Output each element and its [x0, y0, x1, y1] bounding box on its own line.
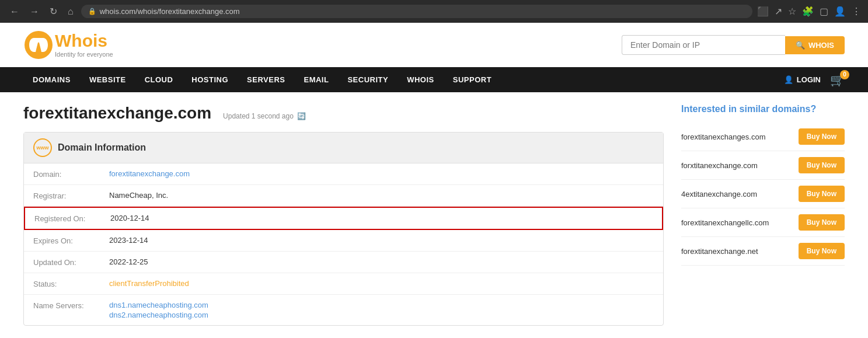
similar-domain-name-2: 4extitanexchange.com — [681, 190, 793, 198]
lock-icon: 🔒 — [88, 8, 96, 15]
url-text: whois.com/whois/forextitanexchange.com — [100, 7, 240, 16]
info-row-domain: Domain: forextitanexchange.com — [24, 163, 663, 185]
left-panel: forextitanexchange.com Updated 1 second … — [23, 104, 664, 326]
value-expires-on: 2023-12-14 — [109, 236, 148, 245]
profile-icon[interactable]: 👤 — [834, 6, 846, 17]
cart-button[interactable]: 🛒 0 — [830, 73, 845, 87]
buy-now-button-4[interactable]: Buy Now — [799, 243, 845, 259]
info-row-nameservers: Name Servers: dns1.namecheaphosting.com … — [24, 295, 663, 325]
logo-icon — [23, 30, 54, 60]
label-registered-on: Registered On: — [34, 214, 110, 223]
split-view-icon[interactable]: ▢ — [820, 6, 828, 17]
similar-title-highlight: similar domains — [740, 104, 811, 114]
value-registrar: NameCheap, Inc. — [109, 191, 168, 200]
nav-support[interactable]: SUPPORT — [444, 67, 501, 92]
nav-website[interactable]: WEBSITE — [80, 67, 135, 92]
browser-chrome: ← → ↻ ⌂ 🔒 whois.com/whois/forextitanexch… — [0, 0, 868, 23]
logo-whois-text: Whois — [55, 32, 113, 50]
similar-title: Interested in similar domains? — [681, 104, 845, 114]
buy-now-button-0[interactable]: Buy Now — [799, 128, 845, 145]
nav-items: DOMAINS WEBSITE CLOUD HOSTING SERVERS EM… — [23, 67, 784, 92]
domain-info-box: www Domain Information Domain: forextita… — [23, 132, 664, 326]
updated-text: Updated 1 second ago — [223, 112, 294, 120]
nav-servers[interactable]: SERVERS — [238, 67, 294, 92]
label-domain: Domain: — [33, 169, 109, 179]
user-icon: 👤 — [784, 75, 793, 84]
nav-email[interactable]: EMAIL — [294, 67, 338, 92]
domain-info-header-text: Domain Information — [58, 142, 146, 153]
similar-domain-row-3: forextitanexchangellc.com Buy Now — [681, 208, 845, 237]
screenshot-icon[interactable]: ⬛ — [757, 6, 769, 17]
main-content: forextitanexchange.com Updated 1 second … — [0, 92, 868, 337]
search-button[interactable]: 🔍 WHOIS — [785, 36, 845, 54]
browser-actions: ⬛ ↗ ☆ 🧩 ▢ 👤 ⋮ — [757, 6, 861, 17]
value-registered-on: 2020-12-14 — [110, 214, 149, 222]
nav-hosting[interactable]: HOSTING — [182, 67, 238, 92]
similar-domain-name-0: forextitanexchanges.com — [681, 133, 793, 141]
logo-text: Whois Identity for everyone — [55, 32, 113, 58]
refresh-icon[interactable]: 🔄 — [297, 112, 306, 120]
www-icon: www — [33, 138, 52, 157]
similar-domain-row-2: 4extitanexchange.com Buy Now — [681, 180, 845, 208]
address-bar[interactable]: 🔒 whois.com/whois/forextitanexchange.com — [81, 5, 752, 18]
nav-whois[interactable]: WHOIS — [398, 67, 444, 92]
bookmark-icon[interactable]: ☆ — [788, 6, 796, 17]
info-row-registered-on: Registered On: 2020-12-14 — [24, 207, 663, 230]
similar-domain-name-1: forxtitanexchange.com — [681, 161, 793, 170]
right-panel: Interested in similar domains? forextita… — [681, 104, 845, 326]
label-expires-on: Expires On: — [33, 236, 109, 245]
search-input[interactable] — [622, 35, 785, 55]
value-nameserver-1[interactable]: dns1.namecheaphosting.com — [109, 301, 208, 309]
menu-icon[interactable]: ⋮ — [852, 6, 861, 17]
similar-title-end: ? — [810, 104, 816, 114]
logo-tagline: Identity for everyone — [55, 51, 113, 58]
forward-button[interactable]: → — [27, 5, 42, 18]
search-btn-label: WHOIS — [808, 41, 834, 50]
info-row-expires-on: Expires On: 2023-12-14 — [24, 230, 663, 252]
nav-right: 👤 LOGIN 🛒 0 — [784, 73, 845, 87]
site-header: Whois Identity for everyone 🔍 WHOIS — [0, 23, 868, 67]
site-nav: DOMAINS WEBSITE CLOUD HOSTING SERVERS EM… — [0, 67, 868, 92]
cart-badge: 0 — [840, 70, 849, 79]
back-button[interactable]: ← — [7, 5, 22, 18]
info-row-status: Status: clientTransferProhibited — [24, 273, 663, 295]
value-updated-on: 2022-12-25 — [109, 257, 148, 266]
search-icon: 🔍 — [796, 41, 805, 50]
buy-now-button-3[interactable]: Buy Now — [799, 214, 845, 231]
login-label: LOGIN — [797, 75, 821, 84]
label-updated-on: Updated On: — [33, 257, 109, 267]
domain-info-header: www Domain Information — [24, 133, 663, 163]
label-status: Status: — [33, 279, 109, 288]
share-icon[interactable]: ↗ — [775, 6, 782, 17]
nav-cloud[interactable]: CLOUD — [135, 67, 183, 92]
home-button[interactable]: ⌂ — [65, 5, 76, 18]
search-area: 🔍 WHOIS — [622, 35, 845, 55]
updated-info: Updated 1 second ago 🔄 — [223, 112, 306, 120]
nav-domains[interactable]: DOMAINS — [23, 67, 80, 92]
similar-domain-row-4: forextitanexchange.net Buy Now — [681, 237, 845, 266]
label-nameservers: Name Servers: — [33, 301, 109, 310]
similar-domain-name-4: forextitanexchange.net — [681, 247, 793, 256]
similar-domain-row-1: forxtitanexchange.com Buy Now — [681, 151, 845, 180]
nav-security[interactable]: SECURITY — [338, 67, 398, 92]
logo-area[interactable]: Whois Identity for everyone — [23, 30, 113, 60]
login-button[interactable]: 👤 LOGIN — [784, 75, 821, 84]
extensions-icon[interactable]: 🧩 — [802, 6, 814, 17]
buy-now-button-1[interactable]: Buy Now — [799, 157, 845, 173]
domain-title: forextitanexchange.com — [23, 104, 211, 123]
info-row-updated-on: Updated On: 2022-12-25 — [24, 252, 663, 273]
info-row-registrar: Registrar: NameCheap, Inc. — [24, 185, 663, 207]
similar-domain-name-3: forextitanexchangellc.com — [681, 218, 793, 227]
refresh-button[interactable]: ↻ — [47, 5, 60, 18]
label-registrar: Registrar: — [33, 191, 109, 200]
value-nameserver-2[interactable]: dns2.namecheaphosting.com — [109, 311, 208, 319]
value-status: clientTransferProhibited — [109, 279, 189, 288]
similar-domain-row-0: forextitanexchanges.com Buy Now — [681, 123, 845, 151]
similar-title-static: Interested in — [681, 104, 740, 114]
value-domain[interactable]: forextitanexchange.com — [109, 169, 190, 178]
buy-now-button-2[interactable]: Buy Now — [799, 186, 845, 202]
